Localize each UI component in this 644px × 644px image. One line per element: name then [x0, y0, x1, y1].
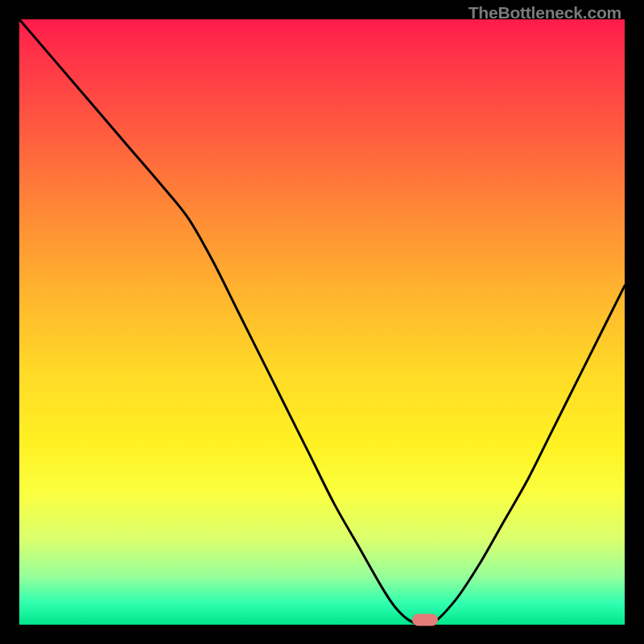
chart-frame: TheBottleneck.com: [0, 0, 644, 644]
bottleneck-curve: [19, 19, 625, 625]
optimum-marker: [412, 614, 438, 626]
plot-area: [19, 19, 625, 625]
